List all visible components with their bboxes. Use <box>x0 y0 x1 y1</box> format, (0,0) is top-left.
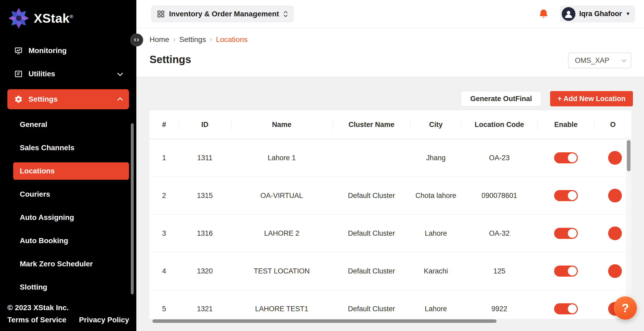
sidebar-subitem-auto-booking[interactable]: Auto Booking <box>13 232 129 249</box>
cell-cluster: Default Cluster <box>333 290 410 323</box>
cell-num: 3 <box>150 215 179 252</box>
app-switcher[interactable]: Inventory & Order Management <box>151 6 294 22</box>
enable-toggle[interactable] <box>554 303 578 314</box>
row-action-button[interactable] <box>608 226 622 240</box>
vertical-scrollbar[interactable] <box>626 139 631 319</box>
terms-of-service-link[interactable]: Terms of Service <box>7 316 66 324</box>
main-area: Inventory & Order Management Iqra Ghafoo… <box>136 0 644 331</box>
sidebar-scrollbar-thumb[interactable] <box>131 123 134 294</box>
cell-enable <box>537 215 594 252</box>
enable-toggle[interactable] <box>554 190 578 201</box>
cell-city: Karachi <box>410 252 461 290</box>
sidebar-subitem-general[interactable]: General <box>13 116 129 133</box>
cell-code: 9922 <box>461 290 537 323</box>
chevron-up-icon <box>117 97 123 103</box>
generate-outfinal-button[interactable]: Generate OutFinal <box>461 91 541 106</box>
horizontal-scrollbar[interactable] <box>150 319 631 323</box>
sidebar-subitem-slotting[interactable]: Slotting <box>13 278 129 296</box>
app-switcher-label: Inventory & Order Management <box>169 10 279 18</box>
sidebar-item-utilities[interactable]: Utilities <box>7 65 129 82</box>
table-row: 51321LAHORE TEST1Default ClusterLahore99… <box>150 290 631 323</box>
cell-num: 5 <box>150 290 179 323</box>
table-row: 11311Lahore 1JhangOA-23 <box>150 139 631 177</box>
cell-name: LAHORE 2 <box>231 215 333 252</box>
column-header: Location Code <box>461 110 537 139</box>
column-header: Cluster Name <box>333 110 410 139</box>
sidebar-footer: © 2023 XStak Inc. Terms of Service Priva… <box>0 299 136 331</box>
sidebar-item-label: Settings <box>28 95 112 103</box>
sidebar-subitem-sales-channels[interactable]: Sales Channels <box>13 139 129 157</box>
cell-code: OA-23 <box>461 139 537 177</box>
grid-icon <box>157 10 165 18</box>
enable-toggle[interactable] <box>554 266 578 277</box>
cell-id: 1316 <box>179 215 231 252</box>
breadcrumb-separator-icon: › <box>210 35 212 44</box>
sidebar-item-label: Monitoring <box>28 46 122 55</box>
settings-submenu: GeneralSales ChannelsLocationsCouriersAu… <box>13 116 129 296</box>
vertical-scrollbar-thumb[interactable] <box>627 140 631 171</box>
cell-num: 2 <box>150 177 179 214</box>
horizontal-scrollbar-thumb[interactable] <box>152 319 497 323</box>
user-menu[interactable]: Iqra Ghafoor ▼ <box>560 6 635 22</box>
environment-select[interactable]: OMS_XAP <box>568 53 631 68</box>
logo[interactable]: XStak® <box>0 0 136 30</box>
notification-bell-icon[interactable] <box>538 9 549 19</box>
cell-cluster: Default Cluster <box>333 252 410 290</box>
table-body: 11311Lahore 1JhangOA-2321315OA-VIRTUALDe… <box>150 139 631 323</box>
cell-code: OA-32 <box>461 215 537 252</box>
cell-num: 4 <box>150 252 179 290</box>
column-header: City <box>410 110 461 139</box>
privacy-policy-link[interactable]: Privacy Policy <box>79 316 129 324</box>
copyright-text: © 2023 XStak Inc. <box>7 304 136 312</box>
sidebar-item-label: Utilities <box>28 70 112 78</box>
breadcrumb: Home›Settings›Locations <box>150 35 248 45</box>
row-action-button[interactable] <box>608 264 622 278</box>
cell-num: 1 <box>150 139 179 177</box>
monitoring-icon <box>14 46 23 55</box>
column-header: # <box>150 110 179 139</box>
sidebar-subitem-locations[interactable]: Locations <box>13 162 129 180</box>
cell-id: 1320 <box>179 252 231 290</box>
cell-code: 090078601 <box>461 177 537 214</box>
cell-id: 1311 <box>179 139 231 177</box>
breadcrumb-item-locations: Locations <box>216 35 248 44</box>
cell-cluster: Default Cluster <box>333 215 410 252</box>
cell-name: TEST LOCATION <box>231 252 333 290</box>
actions-row: Generate OutFinal + Add New Location <box>461 91 633 106</box>
cell-enable <box>537 290 594 323</box>
collapse-chevrons-icon: ‹› <box>134 35 140 44</box>
cell-enable <box>537 252 594 290</box>
sidebar-collapse-button[interactable]: ‹› <box>130 34 143 46</box>
column-header: Name <box>231 110 333 139</box>
cell-id: 1321 <box>179 290 231 323</box>
cell-city: Chota lahore <box>410 177 461 214</box>
cell-options <box>594 177 631 214</box>
table-row: 21315OA-VIRTUALDefault ClusterChota laho… <box>150 177 631 215</box>
help-button[interactable]: ? <box>614 296 637 320</box>
locations-table: #IDNameCluster NameCityLocation CodeEnab… <box>150 110 631 323</box>
sidebar-subitem-mark-zero-scheduler[interactable]: Mark Zero Scheduler <box>13 255 129 273</box>
toggle-knob <box>568 267 577 276</box>
cell-cluster: Default Cluster <box>333 177 410 214</box>
logo-text: XStak® <box>34 11 73 26</box>
table-row: 41320TEST LOCATIONDefault ClusterKarachi… <box>150 252 631 290</box>
sidebar-subitem-auto-assigning[interactable]: Auto Assigning <box>13 209 129 226</box>
sidebar-item-monitoring[interactable]: Monitoring <box>7 44 129 59</box>
sidebar-item-settings[interactable]: Settings <box>7 89 129 109</box>
cell-city: Jhang <box>410 139 461 177</box>
page-title: Settings <box>150 54 191 65</box>
cell-name: OA-VIRTUAL <box>231 177 333 214</box>
add-new-location-button[interactable]: + Add New Location <box>550 91 633 106</box>
enable-toggle[interactable] <box>554 152 578 163</box>
breadcrumb-item-home[interactable]: Home <box>150 35 169 44</box>
cell-id: 1315 <box>179 177 231 214</box>
enable-toggle[interactable] <box>554 228 578 239</box>
row-action-button[interactable] <box>608 189 622 202</box>
sidebar-subitem-couriers[interactable]: Couriers <box>13 186 129 203</box>
cell-enable <box>537 177 594 214</box>
row-action-button[interactable] <box>608 151 622 165</box>
cell-options <box>594 252 631 290</box>
content-area: Generate OutFinal + Add New Location #ID… <box>136 77 644 331</box>
breadcrumb-item-settings[interactable]: Settings <box>179 35 206 44</box>
sidebar: XStak® Monitoring Utilities <box>0 0 136 331</box>
